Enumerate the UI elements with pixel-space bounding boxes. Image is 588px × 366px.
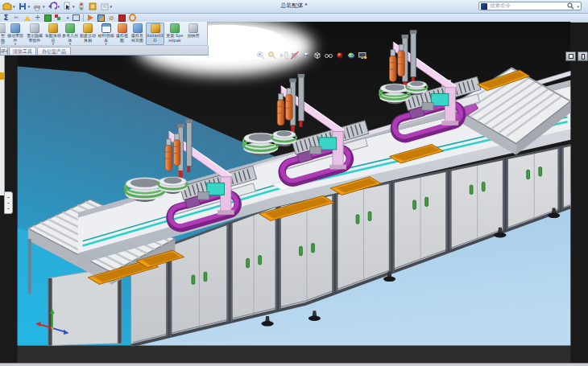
dropdown-caret: ▾ [52,43,54,45]
save-button[interactable]: ▾ [17,1,31,12]
warning-indicator-icon[interactable] [23,14,31,22]
file-properties-icon [88,2,97,11]
cm-button-explode-line-sketch[interactable]: 爆炸直线草图 [130,23,145,45]
dropdown-caret: ▾ [105,43,106,45]
color-cube-tool-icon[interactable] [97,14,105,22]
sigma-tool-icon[interactable]: Σ [2,14,10,22]
new-motion-study-icon [83,23,93,33]
print-button[interactable]: ▾ [31,1,46,12]
disabled-circle-tool-icon[interactable]: ⊘ [108,14,115,22]
cm-button-update-speedpak[interactable]: 更新 Speedpak [165,23,184,45]
quick-access-toolbar: ▾ ▾ ▾ ▾ ▾ ▾ [2,1,113,12]
display-style-icon[interactable] [313,50,322,61]
file-properties-button[interactable] [87,1,98,12]
cm-button-new-motion-study[interactable]: 新建运动算例 [79,23,97,45]
tab-office-products[interactable]: 办公室产品 [37,47,71,55]
hide-show-items-icon[interactable] [324,50,333,61]
document-window-buttons [565,51,588,61]
options-list-icon [100,2,110,11]
cm-button-assembly-features[interactable]: 装配体特征 ▾ [45,23,61,45]
cm-button-smart-fasteners[interactable]: 智能扣件 [0,23,6,45]
dropdown-caret: ▾ [69,43,71,45]
solidworks-window: ▾ ▾ ▾ ▾ ▾ ▾ 总装配体 * 搜索 [0,0,588,366]
toolbar-separator [83,14,84,22]
cm-button-take-snapshot[interactable]: 拍快照 [185,23,201,45]
command-manager: 智能扣件 移动零部件 ▾ 显示隐藏零部件 装配体特征 ▾ 参考几何体 ▾ 新建运… [0,22,208,55]
green-part-tool-icon[interactable] [44,14,52,22]
rebuild-traffic-light-icon [77,2,85,11]
options-button[interactable]: ▾ [99,1,114,12]
bill-of-materials-icon [101,23,111,33]
command-manager-buttons: 智能扣件 移动零部件 ▾ 显示隐藏零部件 装配体特征 ▾ 参考几何体 ▾ 新建运… [0,22,208,46]
red-square-tool-icon[interactable] [118,14,126,22]
panel-splitter-handle[interactable] [4,191,13,214]
assembly-features-icon [48,23,58,33]
zoom-to-area-icon[interactable] [267,50,277,61]
cm-button-instant3d[interactable]: Instant3D [146,23,164,45]
status-bar-strip [0,363,588,366]
tab-evaluate[interactable]: 评估 [0,47,8,55]
toggle-caret[interactable]: ▾ [67,15,69,20]
exploded-view-icon [118,23,127,33]
divide-tool-icon[interactable]: ÷ [34,14,41,22]
zoom-to-fit-icon[interactable] [256,50,266,61]
search-placeholder: 搜索命令 [490,2,565,10]
open-folder-icon [2,2,12,11]
monitor-tool-icon[interactable] [72,14,80,22]
title-bar: ▾ ▾ ▾ ▾ ▾ ▾ 总装配体 * 搜索 [0,0,588,14]
restore-down-button[interactable] [565,51,576,61]
cm-button-show-hidden-components[interactable]: 显示隐藏零部件 [25,23,44,45]
orange-flag-tool-icon[interactable] [87,14,94,22]
rebuild-button[interactable] [77,1,86,12]
explode-line-sketch-icon [133,23,143,33]
undo-icon [48,2,57,11]
search-dropdown-caret[interactable]: ▾ [577,4,579,9]
previous-view-icon[interactable] [279,50,288,61]
reference-geometry-icon [65,23,75,33]
graphics-viewport[interactable] [0,22,588,366]
scissors-tool-icon[interactable]: ✂ [13,14,20,22]
take-snapshot-icon [188,23,198,33]
assembly-3d-scene[interactable] [0,22,588,366]
cm-button-exploded-view[interactable]: 爆炸视图 [115,23,129,45]
feature-manager-mini-icon [0,72,4,80]
instant3d-icon [151,23,160,33]
search-icon[interactable] [567,2,574,10]
heads-up-view-toolbar [256,50,367,61]
view-orientation-icon[interactable] [301,50,311,61]
cm-button-reference-geometry[interactable]: 参考几何体 ▾ [62,23,78,45]
open-button[interactable]: ▾ [2,1,16,12]
section-view-icon[interactable] [290,50,300,61]
tab-render-tools[interactable]: 渲染工具 [9,47,36,55]
apply-scene-icon[interactable] [346,50,356,61]
save-icon [18,2,27,11]
view-settings-icon[interactable] [358,50,367,61]
undo-button[interactable]: ▾ [47,1,61,12]
cm-button-bill-of-materials[interactable]: 材料明细表 ▾ [97,23,114,45]
print-icon [32,2,42,11]
orange-ring-tool-icon[interactable] [129,14,136,22]
red-green-toggle-icon[interactable] [55,14,63,21]
command-manager-tabs: 评估 渲染工具 办公室产品 [0,46,209,56]
cm-button-move-component[interactable]: 移动零部件 ▾ [6,23,24,45]
app-logo-icon [481,3,487,10]
smart-fasteners-icon [0,23,6,33]
select-button[interactable]: ▾ [61,1,76,12]
update-speedpak-icon [170,23,180,33]
move-component-icon [10,23,20,33]
maximize-button[interactable] [578,51,588,61]
dropdown-caret: ▾ [14,43,16,45]
select-cursor-icon [62,2,72,11]
edit-appearance-icon[interactable] [335,50,345,61]
show-hidden-components-icon [30,23,39,33]
command-search[interactable]: 搜索命令 ▾ [478,2,582,10]
